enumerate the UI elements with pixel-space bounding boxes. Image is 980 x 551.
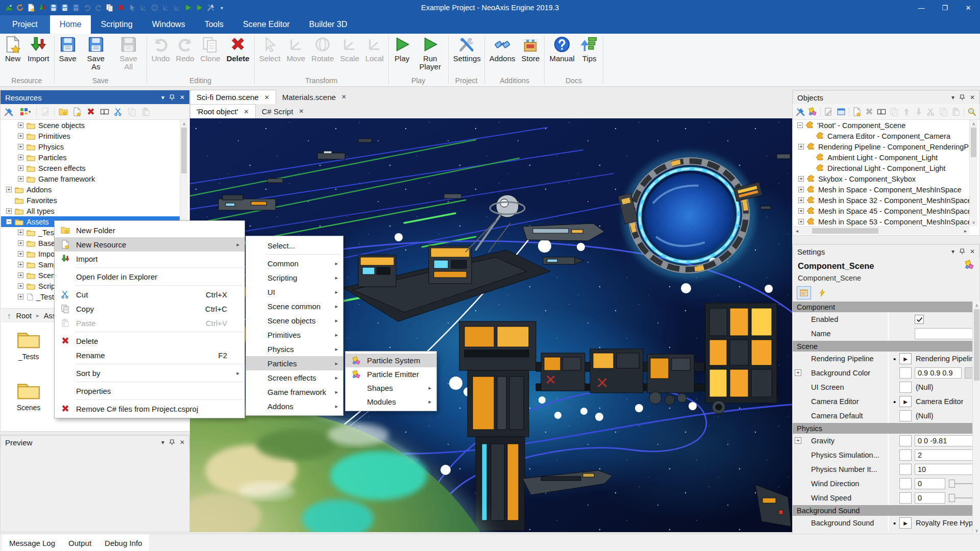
tab-root-object[interactable]: 'Root object'✕ xyxy=(190,104,256,118)
expand-icon[interactable]: + xyxy=(18,230,23,235)
delete-button[interactable]: Delete xyxy=(224,34,253,63)
tab-windows[interactable]: Windows xyxy=(142,15,195,34)
expand-reference-button[interactable]: ▶ xyxy=(899,353,912,364)
collapse-icon[interactable]: − xyxy=(6,219,12,224)
import-icon[interactable] xyxy=(38,4,46,12)
menu-item-physics[interactable]: Physics▸ xyxy=(246,342,343,356)
refresh-icon[interactable] xyxy=(15,4,24,12)
tree-item[interactable]: +All types xyxy=(1,206,180,216)
default-value-box[interactable] xyxy=(899,382,912,393)
settings-button[interactable]: Settings xyxy=(450,34,483,63)
tab-tools[interactable]: Tools xyxy=(195,15,233,34)
menu-item-copy[interactable]: Copy Ctrl+C xyxy=(55,302,244,316)
collapse-icon[interactable]: − xyxy=(797,122,803,128)
pin-icon[interactable] xyxy=(960,248,965,255)
rename-icon[interactable] xyxy=(100,107,110,117)
expand-icon[interactable]: + xyxy=(6,187,12,192)
tools-wrench-icon[interactable] xyxy=(796,107,805,117)
panel-dropdown-icon[interactable]: ▾ xyxy=(951,94,954,101)
expand-icon[interactable]: + xyxy=(18,283,23,289)
close-tab-icon[interactable]: ✕ xyxy=(264,94,270,101)
expand-icon[interactable]: + xyxy=(798,219,804,224)
tab-scene-editor[interactable]: Scene Editor xyxy=(233,15,300,34)
default-value-box[interactable] xyxy=(899,492,912,504)
menu-item-scene-objects[interactable]: Scene objects▸ xyxy=(246,313,343,328)
tab-project[interactable]: Project xyxy=(0,15,50,34)
expand-reference-button[interactable]: ▶ xyxy=(899,517,912,529)
expand-icon[interactable]: + xyxy=(6,208,12,214)
menu-item-particles[interactable]: Particles▸ xyxy=(246,356,343,370)
clone-icon[interactable] xyxy=(105,4,114,12)
save-as-button[interactable]: Save As xyxy=(80,34,112,71)
name-field[interactable] xyxy=(915,328,972,339)
open-window-icon[interactable] xyxy=(837,107,846,117)
menu-item-delete[interactable]: Delete xyxy=(55,334,244,348)
tree-item[interactable]: +Physics xyxy=(1,141,180,152)
panel-dropdown-icon[interactable]: ▾ xyxy=(161,439,164,446)
properties-tab-icon[interactable] xyxy=(797,286,811,299)
qat-dropdown-icon[interactable]: ▾ xyxy=(217,4,226,12)
expand-icon[interactable]: + xyxy=(18,240,23,246)
tab-output[interactable]: Output xyxy=(68,539,91,547)
new-object-icon[interactable] xyxy=(852,107,862,117)
tree-item[interactable]: +Screen effects xyxy=(1,163,180,173)
enabled-checkbox[interactable] xyxy=(915,315,924,324)
panel-close-icon[interactable]: ✕ xyxy=(970,248,975,255)
gravity-field[interactable] xyxy=(915,435,972,446)
menu-item-modules[interactable]: Modules ▸ xyxy=(346,395,436,409)
display-options-icon[interactable]: ▾ xyxy=(17,107,33,117)
minimize-button[interactable]: — xyxy=(910,0,933,15)
expand-icon[interactable]: + xyxy=(798,197,804,203)
expand-icon[interactable]: + xyxy=(18,251,23,257)
menu-item-rename[interactable]: Rename F2 xyxy=(55,348,244,362)
play-button[interactable]: Play xyxy=(390,34,414,63)
tree-item[interactable]: Directional Light - Component_Light xyxy=(793,163,969,173)
run-player-icon[interactable] xyxy=(195,4,204,12)
run-player-button[interactable]: Run Player xyxy=(414,34,447,71)
default-value-box[interactable] xyxy=(899,367,912,379)
pin-icon[interactable] xyxy=(169,439,175,445)
tab-materials-scene[interactable]: Materials.scene✕ xyxy=(276,90,353,104)
tree-item[interactable]: +Mesh in Space 53 - Component_MeshInSpac… xyxy=(793,216,969,226)
wind-speed-slider[interactable] xyxy=(949,492,972,504)
menu-item-import[interactable]: Import xyxy=(55,252,244,266)
play-icon[interactable] xyxy=(184,4,192,12)
expand-reference-button[interactable]: ▶ xyxy=(899,396,912,407)
pin-icon[interactable] xyxy=(169,94,175,101)
expand-icon[interactable]: + xyxy=(18,294,23,299)
menu-item-scene-common[interactable]: Scene common▸ xyxy=(246,299,343,313)
breadcrumb-root[interactable]: Root xyxy=(16,312,32,320)
default-value-box[interactable] xyxy=(899,449,912,461)
menu-item-cut[interactable]: Cut Ctrl+X xyxy=(55,287,244,302)
wind-speed-field[interactable] xyxy=(915,492,945,504)
default-value-box[interactable] xyxy=(899,410,912,421)
panel-close-icon[interactable]: ✕ xyxy=(970,94,975,101)
close-button[interactable]: ✕ xyxy=(957,0,980,15)
new-resource-icon[interactable] xyxy=(27,4,35,12)
color-preview-swatch[interactable] xyxy=(965,367,972,379)
save-as-icon[interactable] xyxy=(60,4,69,12)
events-lightning-icon[interactable] xyxy=(815,286,829,299)
background-color-field[interactable] xyxy=(915,367,962,379)
expand-icon[interactable]: + xyxy=(798,176,804,182)
menu-item-properties[interactable]: Properties xyxy=(55,384,244,398)
import-button[interactable]: Import xyxy=(24,34,53,63)
default-value-box[interactable] xyxy=(899,435,912,446)
settings-tools-icon[interactable] xyxy=(206,4,215,12)
tab-scifi-demo-scene[interactable]: Sci-fi Demo.scene✕ xyxy=(190,90,276,104)
tree-item[interactable]: +Game framework xyxy=(1,173,180,184)
tree-item[interactable]: +Primitives xyxy=(1,131,180,141)
cut-scissors-icon[interactable] xyxy=(113,107,124,117)
menu-item-primitives[interactable]: Primitives▸ xyxy=(246,328,343,342)
expand-icon[interactable]: + xyxy=(18,144,23,149)
tree-item[interactable]: Favorites xyxy=(1,195,180,206)
panel-close-icon[interactable]: ✕ xyxy=(180,94,185,101)
addons-button[interactable]: Addons xyxy=(486,34,519,63)
tree-item-root[interactable]: −'Root' - Component_Scene xyxy=(793,120,969,131)
menu-item-particle-emitter[interactable]: Particle Emitter xyxy=(346,367,436,381)
objects-tree-scrollbar[interactable]: ∧ ∨ xyxy=(969,120,977,226)
save-icon[interactable] xyxy=(49,4,58,12)
tab-message-log[interactable]: Message Log xyxy=(9,539,55,547)
close-tab-icon[interactable]: ✕ xyxy=(299,108,304,115)
tree-item[interactable]: Ambient Light - Component_Light xyxy=(793,152,969,163)
